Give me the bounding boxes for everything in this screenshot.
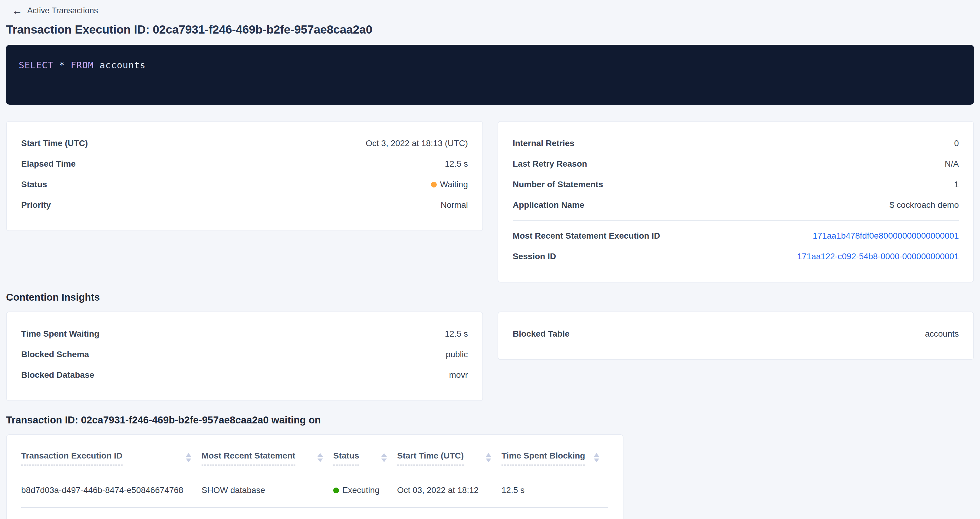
contention-waiting-card: Time Spent Waiting 12.5 s Blocked Schema… — [6, 311, 483, 401]
statement-execution-id-link[interactable]: 171aa1b478fdf0e80000000000000001 — [813, 231, 959, 241]
back-link[interactable]: ← Active Transactions — [12, 5, 98, 16]
summary-row-priority: Priority Normal — [21, 195, 468, 215]
summary-cards-row: Start Time (UTC) Oct 3, 2022 at 18:13 (U… — [6, 121, 974, 283]
contention-row-time-spent-waiting: Time Spent Waiting 12.5 s — [21, 324, 468, 344]
sort-icon[interactable] — [381, 453, 387, 462]
row-value: Normal — [441, 200, 468, 210]
row-value: movr — [449, 370, 468, 380]
card-divider — [513, 220, 959, 221]
summary-row-status: Status Waiting — [21, 174, 468, 195]
row-label: Session ID — [513, 251, 556, 262]
contention-row-blocked-table: Blocked Table accounts — [513, 324, 959, 344]
row-value: N/A — [945, 159, 959, 169]
status-text: Executing — [342, 486, 380, 495]
sql-table-name: accounts — [100, 60, 146, 70]
transaction-summary-card: Start Time (UTC) Oct 3, 2022 at 18:13 (U… — [6, 121, 483, 231]
waiting-on-table: Transaction Execution ID Most Recent Sta… — [6, 434, 624, 519]
details-row-statement-execution-id: Most Recent Statement Execution ID 171aa… — [513, 225, 959, 246]
row-label: Status — [21, 179, 47, 190]
column-header-most-recent-statement[interactable]: Most Recent Statement — [202, 451, 333, 473]
column-header-transaction-execution-id[interactable]: Transaction Execution ID — [21, 451, 202, 473]
cell-start-time: Oct 03, 2022 at 18:12 — [397, 473, 501, 507]
status-executing-dot-icon — [333, 487, 339, 493]
details-row-application-name: Application Name $ cockroach demo — [513, 195, 959, 215]
row-value: 1 — [954, 179, 959, 190]
column-header-label: Start Time (UTC) — [397, 451, 464, 465]
table-row: b8d7d03a-d497-446b-8474-e50846674768 SHO… — [21, 473, 608, 508]
session-id-link[interactable]: 171aa122-c092-54b8-0000-000000000001 — [797, 251, 959, 262]
contention-insights-heading: Contention Insights — [6, 292, 974, 303]
row-value: 12.5 s — [445, 159, 468, 169]
contention-blocked-table-card: Blocked Table accounts — [498, 311, 974, 360]
row-label: Time Spent Waiting — [21, 329, 99, 339]
page-title: Transaction Execution ID: 02ca7931-f246-… — [6, 23, 974, 36]
sort-icon[interactable] — [318, 453, 323, 462]
table-header-row: Transaction Execution ID Most Recent Sta… — [21, 435, 608, 473]
cell-most-recent-statement: SHOW database — [202, 473, 333, 507]
row-value: $ cockroach demo — [889, 200, 959, 210]
row-value: accounts — [925, 329, 959, 339]
row-label: Most Recent Statement Execution ID — [513, 231, 660, 241]
status-text: Waiting — [440, 179, 468, 190]
summary-row-elapsed-time: Elapsed Time 12.5 s — [21, 154, 468, 174]
cell-transaction-execution-id: b8d7d03a-d497-446b-8474-e50846674768 — [21, 473, 202, 507]
row-label: Last Retry Reason — [513, 159, 587, 169]
sql-star: * — [59, 60, 65, 70]
contention-row-blocked-database: Blocked Database movr — [21, 365, 468, 385]
row-value: public — [446, 349, 468, 360]
details-row-session-id: Session ID 171aa122-c092-54b8-0000-00000… — [513, 246, 959, 267]
transaction-details-page: ← Active Transactions Transaction Execut… — [0, 0, 980, 519]
row-label: Application Name — [513, 200, 584, 210]
row-value: Oct 3, 2022 at 18:13 (UTC) — [366, 138, 468, 149]
sql-keyword: FROM — [71, 60, 94, 70]
details-row-internal-retries: Internal Retries 0 — [513, 133, 959, 154]
row-label: Blocked Database — [21, 370, 94, 380]
transaction-details-card: Internal Retries 0 Last Retry Reason N/A… — [498, 121, 974, 283]
row-label: Internal Retries — [513, 138, 574, 149]
row-label: Blocked Schema — [21, 349, 89, 360]
row-label: Number of Statements — [513, 179, 603, 190]
sort-icon[interactable] — [594, 453, 599, 462]
sql-statement-box: SELECT * FROM accounts — [6, 45, 974, 105]
status-waiting-dot-icon — [431, 182, 437, 187]
back-arrow-icon: ← — [12, 5, 22, 16]
summary-row-start-time: Start Time (UTC) Oct 3, 2022 at 18:13 (U… — [21, 133, 468, 154]
back-link-label: Active Transactions — [27, 6, 98, 16]
sort-icon[interactable] — [486, 453, 491, 462]
sql-keyword: SELECT — [19, 60, 53, 70]
row-value: 12.5 s — [445, 329, 468, 339]
row-value: 0 — [954, 138, 959, 149]
sort-icon[interactable] — [186, 453, 191, 462]
row-label: Elapsed Time — [21, 159, 76, 169]
row-label: Priority — [21, 200, 51, 210]
details-row-last-retry-reason: Last Retry Reason N/A — [513, 154, 959, 174]
cell-status: Executing — [333, 473, 397, 507]
column-header-label: Most Recent Statement — [202, 451, 295, 465]
row-label: Start Time (UTC) — [21, 138, 88, 149]
contention-cards-row: Time Spent Waiting 12.5 s Blocked Schema… — [6, 311, 974, 401]
details-row-statement-count: Number of Statements 1 — [513, 174, 959, 195]
column-header-status[interactable]: Status — [333, 451, 397, 473]
row-label: Blocked Table — [513, 329, 570, 339]
column-header-label: Status — [333, 451, 359, 465]
cell-time-spent-blocking: 12.5 s — [501, 473, 609, 507]
waiting-on-heading: Transaction ID: 02ca7931-f246-469b-b2fe-… — [6, 414, 974, 426]
status-value: Waiting — [431, 179, 468, 190]
column-header-time-spent-blocking[interactable]: Time Spent Blocking — [501, 451, 609, 473]
status-value: Executing — [333, 486, 380, 495]
contention-row-blocked-schema: Blocked Schema public — [21, 344, 468, 365]
column-header-start-time[interactable]: Start Time (UTC) — [397, 451, 501, 473]
column-header-label: Transaction Execution ID — [21, 451, 123, 465]
column-header-label: Time Spent Blocking — [501, 451, 585, 465]
